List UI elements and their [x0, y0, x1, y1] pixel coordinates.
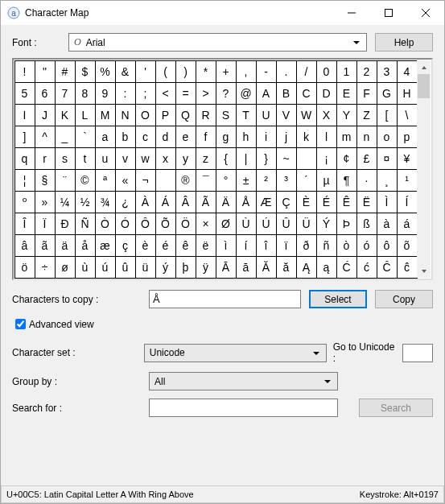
- character-cell[interactable]: :: [115, 82, 136, 105]
- character-cell[interactable]: r: [35, 147, 56, 170]
- character-cell[interactable]: /: [296, 60, 317, 83]
- character-cell[interactable]: x: [155, 147, 176, 170]
- character-cell[interactable]: Ì: [377, 191, 398, 213]
- character-cell[interactable]: [: [377, 104, 398, 126]
- character-cell[interactable]: è: [135, 234, 156, 257]
- character-cell[interactable]: j: [276, 126, 297, 148]
- character-cell[interactable]: ¹: [397, 169, 418, 192]
- character-cell[interactable]: -: [256, 60, 277, 83]
- character-cell[interactable]: b: [115, 126, 136, 148]
- character-cell[interactable]: }: [256, 147, 277, 170]
- character-cell[interactable]: L: [75, 104, 96, 126]
- maximize-button[interactable]: [370, 1, 407, 25]
- character-cell[interactable]: À: [135, 191, 156, 213]
- font-select[interactable]: O Arial: [68, 33, 367, 52]
- character-cell[interactable]: A: [256, 82, 277, 105]
- character-cell[interactable]: Ą: [296, 256, 317, 279]
- character-cell[interactable]: *: [196, 60, 216, 83]
- character-cell[interactable]: ü: [135, 256, 156, 279]
- character-cell[interactable]: P: [155, 104, 176, 126]
- character-cell[interactable]: ¢: [336, 147, 357, 170]
- character-cell[interactable]: ó: [356, 234, 377, 257]
- character-cell[interactable]: ý: [155, 256, 176, 279]
- character-cell[interactable]: ´: [296, 169, 317, 192]
- character-cell[interactable]: ·: [356, 169, 377, 192]
- character-cell[interactable]: Ü: [296, 213, 317, 235]
- character-cell[interactable]: 6: [35, 82, 56, 105]
- character-cell[interactable]: B: [276, 82, 297, 105]
- character-cell[interactable]: ß: [356, 213, 377, 235]
- character-cell[interactable]: 9: [95, 82, 116, 105]
- minimize-button[interactable]: [333, 1, 370, 25]
- character-cell[interactable]: T: [236, 104, 257, 126]
- character-cell[interactable]: n: [356, 126, 377, 148]
- character-cell[interactable]: Ā: [216, 256, 237, 279]
- character-cell[interactable]: ç: [115, 234, 136, 257]
- character-cell[interactable]: §: [35, 169, 56, 192]
- character-cell[interactable]: R: [196, 104, 216, 126]
- character-cell[interactable]: C: [296, 82, 317, 105]
- character-cell[interactable]: J: [35, 104, 56, 126]
- character-cell[interactable]: (: [155, 60, 176, 83]
- character-cell[interactable]: Ò: [95, 213, 116, 235]
- character-cell[interactable]: #: [55, 60, 76, 83]
- character-cell[interactable]: U: [256, 104, 277, 126]
- character-cell[interactable]: ð: [296, 234, 317, 257]
- character-cell[interactable]: °: [216, 169, 237, 192]
- character-cell[interactable]: Q: [175, 104, 196, 126]
- character-cell[interactable]: 3: [377, 60, 398, 83]
- character-cell[interactable]: !: [14, 60, 35, 83]
- character-cell[interactable]: ø: [55, 256, 76, 279]
- character-cell[interactable]: k: [296, 126, 317, 148]
- character-cell[interactable]: ÿ: [196, 256, 216, 279]
- character-cell[interactable]: c: [135, 126, 156, 148]
- character-cell[interactable]: 8: [75, 82, 96, 105]
- character-cell[interactable]: e: [175, 126, 196, 148]
- groupby-select[interactable]: All: [149, 372, 338, 390]
- character-cell[interactable]: ö: [14, 256, 35, 279]
- character-cell[interactable]: »: [35, 191, 56, 213]
- character-cell[interactable]: 4: [397, 60, 418, 83]
- character-cell[interactable]: ¦: [14, 169, 35, 192]
- character-cell[interactable]: º: [14, 191, 35, 213]
- character-cell[interactable]: f: [196, 126, 216, 148]
- character-cell[interactable]: â: [14, 234, 35, 257]
- character-cell[interactable]: I: [14, 104, 35, 126]
- character-cell[interactable]: à: [377, 213, 398, 235]
- character-cell[interactable]: ù: [75, 256, 96, 279]
- character-cell[interactable]: Ä: [216, 191, 237, 213]
- character-cell[interactable]: ¡: [316, 147, 337, 170]
- scroll-thumb[interactable]: [418, 74, 430, 98]
- character-cell[interactable]: $: [75, 60, 96, 83]
- character-cell[interactable]: ã: [35, 234, 56, 257]
- character-cell[interactable]: 1: [336, 60, 357, 83]
- character-cell[interactable]: ć: [356, 256, 377, 279]
- character-cell[interactable]: w: [135, 147, 156, 170]
- character-cell[interactable]: v: [115, 147, 136, 170]
- character-cell[interactable]: Â: [175, 191, 196, 213]
- character-cell[interactable]: 5: [14, 82, 35, 105]
- character-cell[interactable]: á: [397, 213, 418, 235]
- character-cell[interactable]: ½: [75, 191, 96, 213]
- character-cell[interactable]: £: [356, 147, 377, 170]
- character-cell[interactable]: ÷: [35, 256, 56, 279]
- character-cell[interactable]: >: [196, 82, 216, 105]
- character-cell[interactable]: ô: [377, 234, 398, 257]
- character-cell[interactable]: Õ: [155, 213, 176, 235]
- character-cell[interactable]: Ã: [196, 191, 216, 213]
- character-cell[interactable]: Å: [236, 191, 257, 213]
- character-cell[interactable]: ¾: [95, 191, 116, 213]
- search-button[interactable]: Search: [359, 399, 433, 417]
- character-cell[interactable]: t: [75, 147, 96, 170]
- character-cell[interactable]: ¬: [135, 169, 156, 192]
- character-cell[interactable]: %: [95, 60, 116, 83]
- character-cell[interactable]: [296, 147, 317, 170]
- character-cell[interactable]: X: [316, 104, 337, 126]
- character-cell[interactable]: 2: [356, 60, 377, 83]
- character-cell[interactable]: ;: [135, 82, 156, 105]
- character-cell[interactable]: µ: [316, 169, 337, 192]
- select-button[interactable]: Select: [309, 290, 367, 308]
- character-cell[interactable]: ³: [276, 169, 297, 192]
- character-cell[interactable]: ¯: [196, 169, 216, 192]
- character-cell[interactable]: p: [397, 126, 418, 148]
